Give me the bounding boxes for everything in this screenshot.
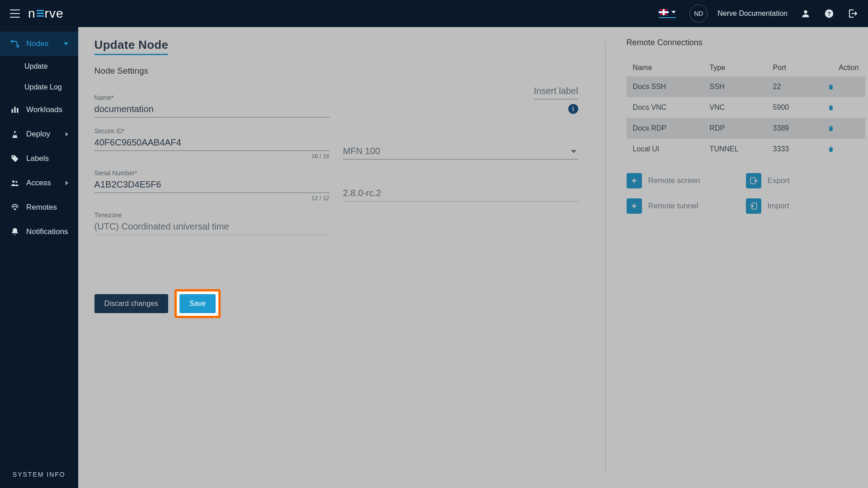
remote-tunnel-button[interactable]: + Remote tunnel — [627, 198, 746, 214]
sidebar-item-remotes[interactable]: Remotes — [0, 195, 78, 220]
trash-icon[interactable] — [827, 125, 859, 132]
rc-type: TUNNEL — [710, 145, 773, 153]
labels-icon — [10, 154, 20, 164]
sidebar-item-label: Access — [26, 178, 59, 188]
user-icon[interactable] — [800, 8, 811, 19]
serial-counter: 12 / 12 — [94, 195, 330, 202]
svg-point-11 — [14, 209, 16, 210]
plus-icon: + — [627, 173, 642, 188]
rc-btn-label: Remote tunnel — [648, 202, 698, 211]
serial-label: Serial Number* — [94, 169, 330, 177]
sidebar-item-nodes[interactable]: Nodes — [0, 32, 78, 56]
table-row[interactable]: Docs SSH SSH 22 — [627, 76, 865, 97]
version-field: 2.8.0-rc.2 — [343, 186, 578, 202]
name-label: Name* — [94, 94, 330, 101]
svg-point-0 — [804, 10, 807, 13]
secure-id-counter: 16 / 16 — [94, 153, 330, 160]
system-info-link[interactable]: SYSTEM INFO — [0, 461, 78, 488]
avatar[interactable]: ND — [689, 5, 708, 23]
logout-icon[interactable] — [847, 8, 858, 19]
svg-point-4 — [17, 46, 19, 47]
rc-port: 3389 — [773, 124, 827, 132]
nodes-icon — [10, 39, 20, 49]
col-port: Port — [773, 64, 827, 72]
trash-icon[interactable] — [827, 145, 859, 153]
timezone-field: (UTC) Coordinated universal time — [94, 220, 330, 235]
chevron-down-icon — [64, 42, 68, 45]
save-button[interactable]: Save — [179, 294, 216, 313]
trash-icon[interactable] — [827, 83, 859, 90]
model-select[interactable]: MFN 100 — [343, 144, 578, 160]
menu-icon[interactable] — [10, 9, 20, 18]
remotes-icon — [10, 202, 20, 212]
sidebar-item-label: Notifications — [26, 227, 68, 236]
sidebar-item-access[interactable]: Access — [0, 171, 78, 195]
page-title: Update Node — [94, 38, 169, 55]
timezone-label: Timezone — [94, 211, 330, 219]
rc-btn-label: Export — [768, 176, 790, 185]
svg-point-3 — [11, 41, 13, 42]
chevron-down-icon — [671, 11, 676, 14]
sidebar-item-label: Deploy — [26, 130, 59, 139]
svg-rect-5 — [12, 109, 13, 113]
chevron-right-icon — [66, 132, 68, 136]
trash-icon[interactable] — [827, 104, 859, 111]
section-title: Node Settings — [94, 66, 587, 76]
name-input[interactable]: documentation — [94, 102, 330, 117]
table-row[interactable]: Docs RDP RDP 3389 — [627, 118, 865, 139]
save-highlight: Save — [175, 289, 221, 318]
svg-point-9 — [12, 180, 14, 183]
rc-port: 22 — [773, 83, 827, 91]
sidebar-item-workloads[interactable]: Workloads — [0, 98, 78, 122]
secure-id-label: Secure ID* — [94, 127, 330, 135]
rc-name: Docs SSH — [633, 83, 710, 91]
table-row[interactable]: Local UI TUNNEL 3333 — [627, 139, 865, 160]
col-type: Type — [710, 64, 773, 72]
sidebar-item-label: Nodes — [26, 39, 57, 48]
sidebar-item-labels[interactable]: Labels — [0, 146, 78, 171]
discard-button[interactable]: Discard changes — [94, 294, 168, 313]
rc-btn-label: Import — [768, 202, 789, 211]
rc-name: Docs RDP — [633, 124, 710, 132]
svg-rect-6 — [14, 107, 15, 113]
rc-name: Local UI — [633, 145, 710, 153]
workloads-icon — [10, 105, 20, 115]
notifications-icon — [10, 227, 20, 237]
sidebar-subitem-update-log[interactable]: Update Log — [0, 77, 78, 98]
remote-screen-button[interactable]: + Remote screen — [627, 173, 746, 188]
sidebar-item-label: Workloads — [26, 105, 68, 114]
app-logo: nrve — [28, 6, 63, 21]
label-input[interactable]: Insert label — [534, 84, 578, 99]
deploy-icon — [10, 129, 20, 139]
rc-port: 3333 — [773, 145, 827, 153]
sidebar-subitem-update[interactable]: Update — [0, 56, 78, 77]
chevron-down-icon — [571, 150, 576, 153]
rc-type: VNC — [710, 103, 773, 112]
import-button[interactable]: Import — [746, 198, 865, 214]
secure-id-input[interactable]: 40F6C9650AAB4AF4 — [94, 136, 330, 151]
svg-rect-7 — [17, 108, 18, 113]
serial-input[interactable]: A1B2C3D4E5F6 — [94, 178, 330, 193]
language-selector[interactable] — [659, 9, 676, 18]
sidebar-item-notifications[interactable]: Notifications — [0, 220, 78, 244]
export-button[interactable]: Export — [746, 173, 865, 188]
svg-point-10 — [15, 181, 17, 183]
rc-type: SSH — [710, 83, 773, 91]
col-name: Name — [633, 64, 710, 72]
export-icon — [746, 173, 761, 188]
info-icon[interactable]: i — [568, 104, 578, 114]
sidebar-item-label: Labels — [26, 154, 68, 163]
svg-text:?: ? — [827, 10, 831, 17]
rc-type: RDP — [710, 124, 773, 132]
rc-port: 5900 — [773, 103, 827, 112]
table-row[interactable]: Docs VNC VNC 5900 — [627, 97, 865, 118]
import-icon — [746, 198, 761, 214]
svg-point-8 — [13, 156, 14, 158]
vertical-divider — [605, 42, 606, 473]
sidebar: Nodes Update Update Log Workloads Deploy… — [0, 27, 78, 488]
sidebar-item-deploy[interactable]: Deploy — [0, 122, 78, 146]
flag-uk-icon — [659, 9, 669, 15]
col-action: Action — [827, 64, 859, 72]
help-icon[interactable]: ? — [824, 8, 835, 19]
chevron-right-icon — [66, 181, 68, 185]
